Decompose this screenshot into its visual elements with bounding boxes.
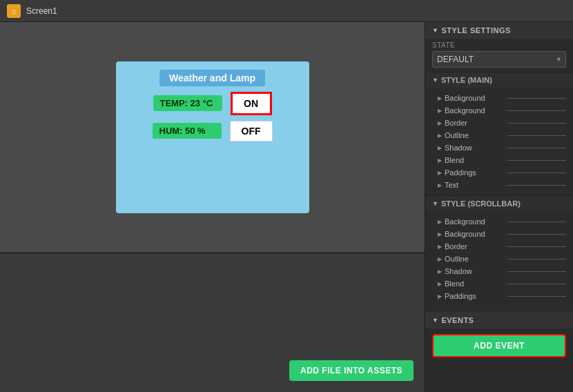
canvas-lower: ADD FILE INTO ASSETS: [0, 254, 425, 392]
triangle-icon: ▶: [438, 268, 442, 275]
hum-badge: HUM: 50 %: [153, 123, 222, 139]
property-line: [507, 185, 566, 186]
property-name: Shadow: [445, 267, 503, 275]
state-select[interactable]: DEFAULT: [432, 51, 566, 68]
triangle-icon: ▶: [438, 244, 442, 250]
triangle-icon: ▶: [438, 281, 442, 287]
style-main-header: ▼ STYLE (MAIN): [425, 72, 573, 88]
style-main-content: ▶ Background ▶ Background ▶ Border ▶ Out…: [425, 88, 573, 195]
triangle-icon: ▶: [438, 170, 442, 176]
style-settings-label: STYLE SETTINGS: [441, 26, 511, 35]
screen-widget: Weather and Lamp TEMP: 23 °C ON HUM: 50 …: [116, 61, 309, 213]
widget-title: Weather and Lamp: [159, 70, 265, 86]
triangle-icon: ▶: [438, 145, 442, 151]
main-prop-row-4[interactable]: ▶ Shadow: [425, 141, 573, 154]
off-button[interactable]: OFF: [230, 121, 273, 141]
triangle-icon: ▶: [438, 231, 442, 237]
scrollbar-prop-row-2[interactable]: ▶ Border: [425, 240, 573, 253]
scrollbar-prop-row-3[interactable]: ▶ Outline: [425, 253, 573, 265]
property-name: Blend: [445, 156, 503, 164]
property-line: [507, 173, 566, 173]
property-line: [507, 271, 566, 272]
events-header: ▼ EVENTS: [425, 312, 573, 329]
main-prop-row-1[interactable]: ▶ Background: [425, 104, 573, 117]
top-bar: ⌂ Screen1: [0, 0, 573, 22]
main-prop-row-2[interactable]: ▶ Border: [425, 117, 573, 129]
state-row: STATE DEFAULT: [425, 39, 573, 72]
property-line: [507, 148, 566, 148]
scrollbar-prop-row-5[interactable]: ▶ Blend: [425, 277, 573, 290]
property-name: Outline: [445, 131, 503, 139]
property-name: Background: [445, 230, 503, 238]
state-select-wrapper: DEFAULT: [432, 51, 566, 68]
property-name: Background: [445, 94, 503, 102]
property-line: [507, 296, 566, 297]
property-line: [507, 222, 566, 222]
triangle-icon: ▶: [438, 108, 442, 114]
right-panel: ▼ STYLE SETTINGS STATE DEFAULT ▼ STYLE (…: [425, 22, 573, 392]
canvas-area: Weather and Lamp TEMP: 23 °C ON HUM: 50 …: [0, 22, 425, 392]
scrollbar-prop-row-6[interactable]: ▶ Paddings: [425, 290, 573, 302]
property-line: [507, 110, 566, 111]
style-scrollbar-content: ▶ Background ▶ Background ▶ Border ▶ Out…: [425, 211, 573, 306]
property-name: Blend: [445, 280, 503, 288]
property-line: [507, 135, 566, 136]
home-icon[interactable]: ⌂: [7, 4, 21, 18]
main-content: Weather and Lamp TEMP: 23 °C ON HUM: 50 …: [0, 22, 573, 392]
property-name: Background: [445, 217, 503, 226]
property-name: Paddings: [445, 292, 503, 300]
temp-badge: TEMP: 23 °C: [153, 95, 222, 111]
triangle-icon: ▶: [438, 256, 442, 262]
style-main-label: STYLE (MAIN): [441, 76, 492, 84]
add-file-button[interactable]: ADD FILE INTO ASSETS: [289, 360, 414, 381]
style-settings-chevron: ▼: [432, 27, 438, 34]
property-line: [507, 98, 566, 99]
style-main-chevron: ▼: [432, 77, 438, 84]
events-chevron: ▼: [432, 317, 438, 324]
canvas-upper: Weather and Lamp TEMP: 23 °C ON HUM: 50 …: [0, 22, 425, 254]
widget-row-2: HUM: 50 % OFF: [153, 121, 273, 141]
property-name: Shadow: [445, 144, 503, 152]
events-label: EVENTS: [441, 316, 474, 324]
scrollbar-prop-row-0[interactable]: ▶ Background: [425, 215, 573, 228]
main-prop-row-7[interactable]: ▶ Text: [425, 179, 573, 191]
scrollbar-prop-row-1[interactable]: ▶ Background: [425, 228, 573, 240]
main-prop-row-5[interactable]: ▶ Blend: [425, 154, 573, 166]
add-event-button[interactable]: ADD EVENT: [432, 334, 566, 357]
property-line: [507, 284, 566, 284]
property-name: Paddings: [445, 168, 503, 177]
main-prop-row-6[interactable]: ▶ Paddings: [425, 166, 573, 179]
main-prop-row-0[interactable]: ▶ Background: [425, 92, 573, 104]
property-name: Border: [445, 119, 503, 127]
property-line: [507, 259, 566, 259]
style-scrollbar-header: ▼ STYLE (SCROLLBAR): [425, 195, 573, 211]
widget-row-1: TEMP: 23 °C ON: [153, 92, 272, 115]
style-settings-header: ▼ STYLE SETTINGS: [425, 22, 573, 39]
property-name: Background: [445, 106, 503, 115]
triangle-icon: ▶: [438, 133, 442, 139]
property-name: Outline: [445, 255, 503, 263]
style-scrollbar-label: STYLE (SCROLLBAR): [441, 199, 521, 208]
triangle-icon: ▶: [438, 95, 442, 101]
on-button[interactable]: ON: [231, 92, 272, 115]
property-line: [507, 123, 566, 124]
property-name: Border: [445, 242, 503, 251]
state-label: STATE: [432, 41, 566, 49]
property-line: [507, 234, 566, 235]
property-line: [507, 160, 566, 161]
style-scrollbar-chevron: ▼: [432, 200, 438, 207]
property-line: [507, 246, 566, 247]
property-name: Text: [445, 181, 503, 189]
triangle-icon: ▶: [438, 182, 442, 188]
triangle-icon: ▶: [438, 157, 442, 164]
scrollbar-prop-row-4[interactable]: ▶ Shadow: [425, 265, 573, 277]
screen-title: Screen1: [26, 6, 57, 16]
triangle-icon: ▶: [438, 293, 442, 300]
triangle-icon: ▶: [438, 120, 442, 126]
triangle-icon: ▶: [438, 219, 442, 225]
main-prop-row-3[interactable]: ▶ Outline: [425, 129, 573, 141]
